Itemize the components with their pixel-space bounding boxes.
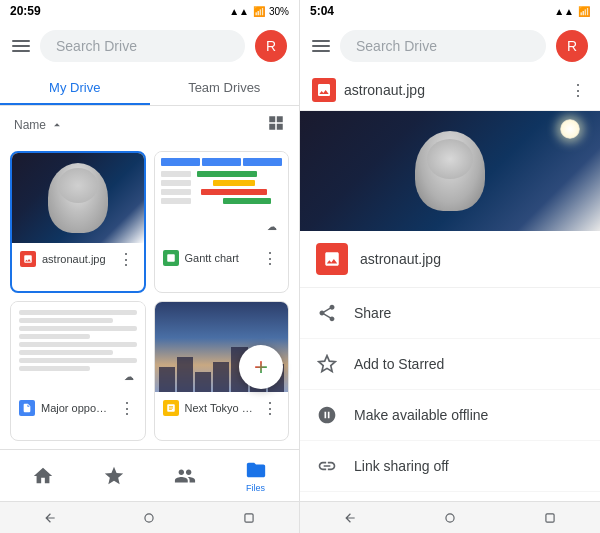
starred-label: Add to Starred: [354, 356, 444, 372]
file-header-name: astronaut.jpg: [344, 82, 560, 98]
menu-item-copy-link[interactable]: Copy link: [300, 492, 600, 501]
battery-icon: 30%: [269, 6, 289, 17]
file-card-major[interactable]: ☁ Major opportunity ... ⋮: [10, 301, 146, 441]
fab-button[interactable]: +: [239, 345, 283, 389]
search-bar-right: Search Drive R: [300, 22, 600, 70]
file-grid-container: astronaut.jpg ⋮: [0, 143, 299, 449]
astronaut-thumbnail: [12, 153, 144, 243]
people-icon: [174, 465, 196, 487]
files-nav-label: Files: [246, 483, 265, 493]
file-card-astronaut[interactable]: astronaut.jpg ⋮: [10, 151, 146, 293]
gantt-more-button[interactable]: ⋮: [260, 248, 280, 268]
astronaut-more-button[interactable]: ⋮: [116, 249, 136, 269]
recents-button-left[interactable]: [240, 509, 258, 527]
menu-item-link-sharing[interactable]: Link sharing off: [300, 441, 600, 492]
gantt-thumbnail: ☁: [155, 152, 289, 242]
nav-files[interactable]: Files: [220, 455, 291, 497]
files-icon: [245, 459, 267, 481]
hamburger-button-right[interactable]: [312, 40, 330, 52]
menu-file-img-icon: [316, 243, 348, 275]
time-left: 20:59: [10, 4, 41, 18]
sort-arrow-icon: [50, 118, 64, 132]
major-thumbnail: ☁: [11, 302, 145, 392]
time-right: 5:04: [310, 4, 334, 18]
tab-team-drives[interactable]: Team Drives: [150, 70, 300, 105]
cloud-badge-gantt: ☁: [262, 216, 282, 236]
link-sharing-icon: [316, 455, 338, 477]
gantt-filename: Gantt chart: [185, 252, 255, 264]
file-preview: [300, 111, 600, 231]
home-icon: [32, 465, 54, 487]
img-type-icon: [20, 251, 36, 267]
star-icon: [103, 465, 125, 487]
nav-home[interactable]: [8, 461, 79, 491]
tokyo-filename: Next Tokyo '18 提案 | Co...: [185, 401, 255, 416]
menu-item-share[interactable]: Share: [300, 288, 600, 339]
android-nav-left: [0, 501, 299, 533]
sheets-type-icon: [163, 250, 179, 266]
major-more-button[interactable]: ⋮: [117, 398, 137, 418]
starred-icon: [316, 353, 338, 375]
svg-rect-3: [546, 513, 554, 521]
file-info-tokyo: Next Tokyo '18 提案 | Co... ⋮: [155, 392, 289, 424]
file-card-gantt[interactable]: ☁ Gantt chart ⋮: [154, 151, 290, 293]
file-info-astronaut: astronaut.jpg ⋮: [12, 243, 144, 275]
home-button-right[interactable]: [441, 509, 459, 527]
file-header-more-button[interactable]: ⋮: [568, 80, 588, 100]
menu-file-item: astronaut.jpg: [300, 231, 600, 288]
android-nav-right: [300, 501, 600, 533]
nav-starred[interactable]: [79, 461, 150, 491]
preview-sun: [560, 119, 580, 139]
link-sharing-label: Link sharing off: [354, 458, 449, 474]
avatar-right[interactable]: R: [556, 30, 588, 62]
wifi-icon: 📶: [253, 6, 265, 17]
sort-bar: Name: [0, 106, 299, 143]
slides-type-icon: [163, 400, 179, 416]
grid-view-icon[interactable]: [267, 114, 285, 135]
offline-icon: [316, 404, 338, 426]
sort-label[interactable]: Name: [14, 118, 64, 132]
docs-type-icon: [19, 400, 35, 416]
file-info-gantt: Gantt chart ⋮: [155, 242, 289, 274]
major-filename: Major opportunity ...: [41, 402, 111, 414]
status-bar-left: 20:59 ▲▲ 📶 30%: [0, 0, 299, 22]
signal-icon-right: ▲▲: [554, 6, 574, 17]
menu-item-offline[interactable]: Make available offline: [300, 390, 600, 441]
right-panel: 5:04 ▲▲ 📶 Search Drive R astronaut.jpg ⋮: [300, 0, 600, 533]
nav-shared[interactable]: [150, 461, 221, 491]
file-header: astronaut.jpg ⋮: [300, 70, 600, 111]
tokyo-more-button[interactable]: ⋮: [260, 398, 280, 418]
fab-plus-icon: +: [254, 355, 268, 379]
search-input-left[interactable]: Search Drive: [40, 30, 245, 62]
preview-astronaut-figure: [415, 131, 485, 211]
avatar-left[interactable]: R: [255, 30, 287, 62]
signal-icon: ▲▲: [229, 6, 249, 17]
share-icon: [316, 302, 338, 324]
home-button-left[interactable]: [140, 509, 158, 527]
menu-file-name: astronaut.jpg: [360, 251, 441, 267]
file-grid: astronaut.jpg ⋮: [0, 143, 299, 449]
status-icons-right: ▲▲ 📶: [554, 6, 590, 17]
svg-point-2: [446, 513, 454, 521]
cloud-badge-major: ☁: [119, 366, 139, 386]
wifi-icon-right: 📶: [578, 6, 590, 17]
menu-item-starred[interactable]: Add to Starred: [300, 339, 600, 390]
status-bar-right: 5:04 ▲▲ 📶: [300, 0, 600, 22]
astronaut-figure: [48, 163, 108, 233]
svg-rect-1: [245, 513, 253, 521]
recents-button-right[interactable]: [541, 509, 559, 527]
status-icons-left: ▲▲ 📶 30%: [229, 6, 289, 17]
search-input-right[interactable]: Search Drive: [340, 30, 546, 62]
tab-my-drive[interactable]: My Drive: [0, 70, 150, 105]
back-button-right[interactable]: [341, 509, 359, 527]
offline-label: Make available offline: [354, 407, 488, 423]
share-label: Share: [354, 305, 391, 321]
left-panel: 20:59 ▲▲ 📶 30% Search Drive R My Drive T…: [0, 0, 300, 533]
file-info-major: Major opportunity ... ⋮: [11, 392, 145, 424]
back-button-left[interactable]: [41, 509, 59, 527]
hamburger-button[interactable]: [12, 40, 30, 52]
astronaut-filename: astronaut.jpg: [42, 253, 110, 265]
file-header-img-icon: [312, 78, 336, 102]
tabs: My Drive Team Drives: [0, 70, 299, 106]
svg-point-0: [145, 513, 153, 521]
